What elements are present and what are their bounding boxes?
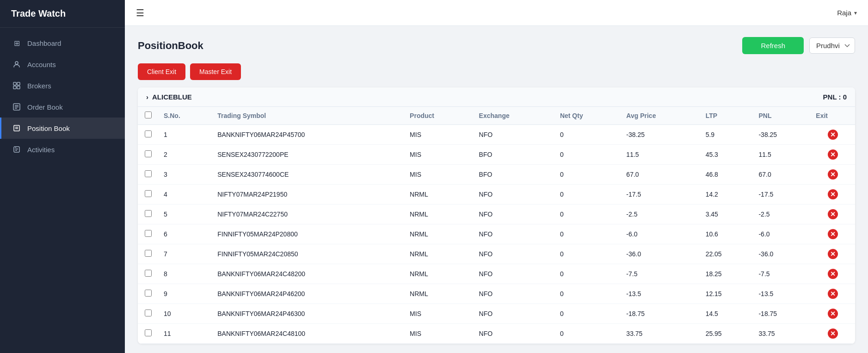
svg-rect-3: [13, 86, 16, 89]
row-ltp: 46.8: [700, 165, 753, 185]
row-exit-button[interactable]: ✕: [828, 149, 838, 160]
master-exit-button[interactable]: Master Exit: [190, 63, 241, 80]
hamburger-icon[interactable]: ☰: [136, 7, 144, 19]
row-sno: 1: [158, 125, 212, 145]
row-ltp: 18.25: [700, 264, 753, 284]
row-netqty: 0: [554, 165, 621, 185]
row-exchange: BFO: [474, 145, 554, 165]
sidebar-item-dashboard[interactable]: ⊞ Dashboard: [0, 32, 125, 54]
sidebar-item-order-book[interactable]: Order Book: [0, 96, 125, 118]
row-product: NRML: [404, 244, 474, 264]
row-avgprice: -2.5: [621, 204, 700, 224]
row-netqty: 0: [554, 304, 621, 324]
row-checkbox[interactable]: [138, 324, 158, 344]
row-checkbox[interactable]: [138, 125, 158, 145]
row-pnl: -13.5: [753, 284, 810, 304]
row-select-checkbox[interactable]: [145, 170, 152, 177]
row-avgprice: 67.0: [621, 165, 700, 185]
position-table-card: › ALICEBLUE PNL : 0 S.No. Trading Symbol…: [138, 87, 855, 344]
row-checkbox[interactable]: [138, 204, 158, 224]
topbar-left: ☰: [136, 7, 144, 19]
row-checkbox[interactable]: [138, 185, 158, 204]
row-exit-button[interactable]: ✕: [828, 269, 838, 279]
row-select-checkbox[interactable]: [145, 329, 152, 336]
group-pnl: PNL : 0: [823, 93, 847, 101]
row-select-checkbox[interactable]: [145, 230, 152, 237]
row-sno: 10: [158, 304, 212, 324]
row-exchange: NFO: [474, 224, 554, 244]
row-exchange: NFO: [474, 284, 554, 304]
row-exit-button[interactable]: ✕: [828, 130, 838, 140]
row-pnl: -38.25: [753, 125, 810, 145]
row-avgprice: -36.0: [621, 244, 700, 264]
row-checkbox[interactable]: [138, 145, 158, 165]
row-exit-cell: ✕: [810, 284, 855, 304]
group-label: ALICEBLUE: [152, 93, 192, 101]
table-row: 1 BANKNIFTY06MAR24P45700 MIS NFO 0 -38.2…: [138, 125, 855, 145]
row-avgprice: -7.5: [621, 264, 700, 284]
account-dropdown[interactable]: Prudhvi Other: [809, 37, 855, 54]
row-select-checkbox[interactable]: [145, 150, 152, 157]
sidebar-item-brokers[interactable]: Brokers: [0, 75, 125, 96]
group-header: › ALICEBLUE PNL : 0: [138, 87, 855, 107]
row-avgprice: 11.5: [621, 145, 700, 165]
row-pnl: -2.5: [753, 204, 810, 224]
row-checkbox[interactable]: [138, 264, 158, 284]
row-select-checkbox[interactable]: [145, 130, 152, 137]
row-exit-cell: ✕: [810, 264, 855, 284]
row-sno: 7: [158, 244, 212, 264]
sidebar-item-label: Activities: [27, 146, 55, 154]
refresh-button[interactable]: Refresh: [742, 37, 804, 54]
col-avgprice: Avg Price: [621, 107, 700, 125]
user-menu[interactable]: Raja ▾: [837, 9, 857, 17]
row-select-checkbox[interactable]: [145, 270, 152, 277]
row-exit-button[interactable]: ✕: [828, 309, 838, 319]
user-chevron-icon: ▾: [854, 10, 857, 16]
row-exit-button[interactable]: ✕: [828, 169, 838, 180]
sidebar-item-accounts[interactable]: Accounts: [0, 54, 125, 75]
row-exit-button[interactable]: ✕: [828, 289, 838, 299]
row-exit-button[interactable]: ✕: [828, 328, 838, 339]
row-sno: 8: [158, 264, 212, 284]
row-select-checkbox[interactable]: [145, 210, 152, 217]
header-right: Refresh Prudhvi Other: [742, 37, 855, 54]
row-sno: 4: [158, 185, 212, 204]
position-book-icon: [12, 124, 21, 132]
row-exit-button[interactable]: ✕: [828, 189, 838, 199]
select-all-checkbox[interactable]: [145, 111, 152, 118]
table-row: 10 BANKNIFTY06MAR24P46300 MIS NFO 0 -18.…: [138, 304, 855, 324]
table-row: 8 BANKNIFTY06MAR24C48200 NRML NFO 0 -7.5…: [138, 264, 855, 284]
row-ltp: 45.3: [700, 145, 753, 165]
sidebar-item-position-book[interactable]: Position Book: [0, 118, 125, 139]
row-avgprice: -13.5: [621, 284, 700, 304]
table-row: 2 SENSEX2430772200PE MIS BFO 0 11.5 45.3…: [138, 145, 855, 165]
client-exit-button[interactable]: Client Exit: [138, 63, 185, 80]
row-checkbox[interactable]: [138, 224, 158, 244]
row-checkbox[interactable]: [138, 165, 158, 185]
row-checkbox[interactable]: [138, 304, 158, 324]
row-product: MIS: [404, 165, 474, 185]
row-ltp: 14.5: [700, 304, 753, 324]
row-symbol: BANKNIFTY06MAR24C48100: [212, 324, 404, 344]
row-sno: 6: [158, 224, 212, 244]
row-symbol: FINNIFTY05MAR24C20850: [212, 244, 404, 264]
row-checkbox[interactable]: [138, 244, 158, 264]
row-select-checkbox[interactable]: [145, 290, 152, 297]
row-select-checkbox[interactable]: [145, 310, 152, 316]
row-netqty: 0: [554, 224, 621, 244]
sidebar-item-activities[interactable]: Activities: [0, 139, 125, 160]
row-exit-button[interactable]: ✕: [828, 229, 838, 239]
row-exit-cell: ✕: [810, 324, 855, 344]
row-sno: 3: [158, 165, 212, 185]
row-exit-button[interactable]: ✕: [828, 209, 838, 219]
row-exit-button[interactable]: ✕: [828, 249, 838, 259]
row-select-checkbox[interactable]: [145, 250, 152, 257]
row-netqty: 0: [554, 204, 621, 224]
row-exit-cell: ✕: [810, 224, 855, 244]
dashboard-icon: ⊞: [12, 39, 21, 47]
sidebar-item-label: Position Book: [27, 124, 70, 132]
group-name[interactable]: › ALICEBLUE: [146, 93, 192, 101]
row-checkbox[interactable]: [138, 284, 158, 304]
row-product: MIS: [404, 324, 474, 344]
row-select-checkbox[interactable]: [145, 190, 152, 197]
